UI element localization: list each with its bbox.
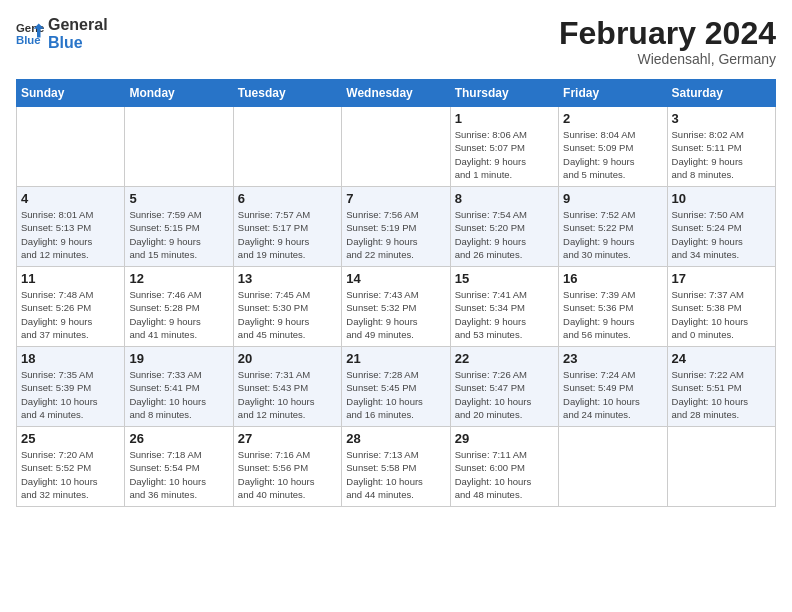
- calendar-cell: 4Sunrise: 8:01 AM Sunset: 5:13 PM Daylig…: [17, 187, 125, 267]
- month-title: February 2024: [559, 16, 776, 51]
- day-info: Sunrise: 7:45 AM Sunset: 5:30 PM Dayligh…: [238, 288, 337, 341]
- calendar-cell: 21Sunrise: 7:28 AM Sunset: 5:45 PM Dayli…: [342, 347, 450, 427]
- day-number: 10: [672, 191, 771, 206]
- header-day-thursday: Thursday: [450, 80, 558, 107]
- day-info: Sunrise: 7:26 AM Sunset: 5:47 PM Dayligh…: [455, 368, 554, 421]
- calendar-cell: 5Sunrise: 7:59 AM Sunset: 5:15 PM Daylig…: [125, 187, 233, 267]
- day-info: Sunrise: 7:33 AM Sunset: 5:41 PM Dayligh…: [129, 368, 228, 421]
- calendar-cell: 12Sunrise: 7:46 AM Sunset: 5:28 PM Dayli…: [125, 267, 233, 347]
- calendar-cell: 2Sunrise: 8:04 AM Sunset: 5:09 PM Daylig…: [559, 107, 667, 187]
- logo-icon: General Blue: [16, 20, 44, 48]
- day-number: 11: [21, 271, 120, 286]
- calendar-cell: 19Sunrise: 7:33 AM Sunset: 5:41 PM Dayli…: [125, 347, 233, 427]
- day-info: Sunrise: 7:48 AM Sunset: 5:26 PM Dayligh…: [21, 288, 120, 341]
- day-number: 29: [455, 431, 554, 446]
- day-number: 22: [455, 351, 554, 366]
- calendar-cell: 14Sunrise: 7:43 AM Sunset: 5:32 PM Dayli…: [342, 267, 450, 347]
- calendar-cell: 17Sunrise: 7:37 AM Sunset: 5:38 PM Dayli…: [667, 267, 775, 347]
- day-number: 18: [21, 351, 120, 366]
- day-info: Sunrise: 7:54 AM Sunset: 5:20 PM Dayligh…: [455, 208, 554, 261]
- day-number: 3: [672, 111, 771, 126]
- day-number: 4: [21, 191, 120, 206]
- day-number: 9: [563, 191, 662, 206]
- title-area: February 2024 Wiedensahl, Germany: [559, 16, 776, 67]
- calendar-cell: 8Sunrise: 7:54 AM Sunset: 5:20 PM Daylig…: [450, 187, 558, 267]
- day-info: Sunrise: 7:16 AM Sunset: 5:56 PM Dayligh…: [238, 448, 337, 501]
- calendar-cell: 25Sunrise: 7:20 AM Sunset: 5:52 PM Dayli…: [17, 427, 125, 507]
- logo-general-text: General: [48, 16, 108, 34]
- day-info: Sunrise: 7:31 AM Sunset: 5:43 PM Dayligh…: [238, 368, 337, 421]
- day-info: Sunrise: 8:02 AM Sunset: 5:11 PM Dayligh…: [672, 128, 771, 181]
- calendar-body: 1Sunrise: 8:06 AM Sunset: 5:07 PM Daylig…: [17, 107, 776, 507]
- calendar-cell: 26Sunrise: 7:18 AM Sunset: 5:54 PM Dayli…: [125, 427, 233, 507]
- header-day-wednesday: Wednesday: [342, 80, 450, 107]
- day-number: 16: [563, 271, 662, 286]
- calendar-header: SundayMondayTuesdayWednesdayThursdayFrid…: [17, 80, 776, 107]
- calendar-cell: [559, 427, 667, 507]
- day-number: 24: [672, 351, 771, 366]
- header-day-saturday: Saturday: [667, 80, 775, 107]
- header-day-sunday: Sunday: [17, 80, 125, 107]
- day-info: Sunrise: 7:52 AM Sunset: 5:22 PM Dayligh…: [563, 208, 662, 261]
- calendar-cell: 22Sunrise: 7:26 AM Sunset: 5:47 PM Dayli…: [450, 347, 558, 427]
- day-info: Sunrise: 7:43 AM Sunset: 5:32 PM Dayligh…: [346, 288, 445, 341]
- calendar-cell: [342, 107, 450, 187]
- day-info: Sunrise: 7:18 AM Sunset: 5:54 PM Dayligh…: [129, 448, 228, 501]
- day-number: 13: [238, 271, 337, 286]
- calendar-table: SundayMondayTuesdayWednesdayThursdayFrid…: [16, 79, 776, 507]
- calendar-cell: 3Sunrise: 8:02 AM Sunset: 5:11 PM Daylig…: [667, 107, 775, 187]
- header: General Blue General Blue February 2024 …: [16, 16, 776, 67]
- calendar-cell: 13Sunrise: 7:45 AM Sunset: 5:30 PM Dayli…: [233, 267, 341, 347]
- logo-blue-text: Blue: [48, 34, 108, 52]
- day-number: 2: [563, 111, 662, 126]
- day-number: 8: [455, 191, 554, 206]
- day-info: Sunrise: 7:50 AM Sunset: 5:24 PM Dayligh…: [672, 208, 771, 261]
- day-number: 1: [455, 111, 554, 126]
- header-day-monday: Monday: [125, 80, 233, 107]
- day-info: Sunrise: 8:04 AM Sunset: 5:09 PM Dayligh…: [563, 128, 662, 181]
- location-subtitle: Wiedensahl, Germany: [559, 51, 776, 67]
- day-info: Sunrise: 7:46 AM Sunset: 5:28 PM Dayligh…: [129, 288, 228, 341]
- day-info: Sunrise: 7:57 AM Sunset: 5:17 PM Dayligh…: [238, 208, 337, 261]
- calendar-cell: 23Sunrise: 7:24 AM Sunset: 5:49 PM Dayli…: [559, 347, 667, 427]
- calendar-cell: 28Sunrise: 7:13 AM Sunset: 5:58 PM Dayli…: [342, 427, 450, 507]
- calendar-cell: 6Sunrise: 7:57 AM Sunset: 5:17 PM Daylig…: [233, 187, 341, 267]
- day-number: 19: [129, 351, 228, 366]
- calendar-cell: 29Sunrise: 7:11 AM Sunset: 6:00 PM Dayli…: [450, 427, 558, 507]
- day-info: Sunrise: 7:13 AM Sunset: 5:58 PM Dayligh…: [346, 448, 445, 501]
- day-info: Sunrise: 8:01 AM Sunset: 5:13 PM Dayligh…: [21, 208, 120, 261]
- header-day-tuesday: Tuesday: [233, 80, 341, 107]
- day-info: Sunrise: 7:39 AM Sunset: 5:36 PM Dayligh…: [563, 288, 662, 341]
- day-number: 15: [455, 271, 554, 286]
- calendar-cell: 15Sunrise: 7:41 AM Sunset: 5:34 PM Dayli…: [450, 267, 558, 347]
- day-info: Sunrise: 7:59 AM Sunset: 5:15 PM Dayligh…: [129, 208, 228, 261]
- day-number: 27: [238, 431, 337, 446]
- calendar-cell: 18Sunrise: 7:35 AM Sunset: 5:39 PM Dayli…: [17, 347, 125, 427]
- calendar-week-3: 18Sunrise: 7:35 AM Sunset: 5:39 PM Dayli…: [17, 347, 776, 427]
- day-info: Sunrise: 7:22 AM Sunset: 5:51 PM Dayligh…: [672, 368, 771, 421]
- header-row: SundayMondayTuesdayWednesdayThursdayFrid…: [17, 80, 776, 107]
- calendar-week-0: 1Sunrise: 8:06 AM Sunset: 5:07 PM Daylig…: [17, 107, 776, 187]
- calendar-cell: [17, 107, 125, 187]
- day-number: 7: [346, 191, 445, 206]
- calendar-cell: [667, 427, 775, 507]
- day-number: 6: [238, 191, 337, 206]
- day-number: 12: [129, 271, 228, 286]
- day-number: 21: [346, 351, 445, 366]
- calendar-cell: 16Sunrise: 7:39 AM Sunset: 5:36 PM Dayli…: [559, 267, 667, 347]
- day-info: Sunrise: 7:56 AM Sunset: 5:19 PM Dayligh…: [346, 208, 445, 261]
- calendar-cell: 11Sunrise: 7:48 AM Sunset: 5:26 PM Dayli…: [17, 267, 125, 347]
- day-number: 28: [346, 431, 445, 446]
- calendar-cell: 24Sunrise: 7:22 AM Sunset: 5:51 PM Dayli…: [667, 347, 775, 427]
- day-info: Sunrise: 7:24 AM Sunset: 5:49 PM Dayligh…: [563, 368, 662, 421]
- calendar-cell: 1Sunrise: 8:06 AM Sunset: 5:07 PM Daylig…: [450, 107, 558, 187]
- day-info: Sunrise: 7:35 AM Sunset: 5:39 PM Dayligh…: [21, 368, 120, 421]
- day-info: Sunrise: 7:11 AM Sunset: 6:00 PM Dayligh…: [455, 448, 554, 501]
- calendar-cell: 27Sunrise: 7:16 AM Sunset: 5:56 PM Dayli…: [233, 427, 341, 507]
- header-day-friday: Friday: [559, 80, 667, 107]
- calendar-week-1: 4Sunrise: 8:01 AM Sunset: 5:13 PM Daylig…: [17, 187, 776, 267]
- day-number: 17: [672, 271, 771, 286]
- calendar-week-4: 25Sunrise: 7:20 AM Sunset: 5:52 PM Dayli…: [17, 427, 776, 507]
- logo: General Blue General Blue: [16, 16, 108, 51]
- calendar-cell: [125, 107, 233, 187]
